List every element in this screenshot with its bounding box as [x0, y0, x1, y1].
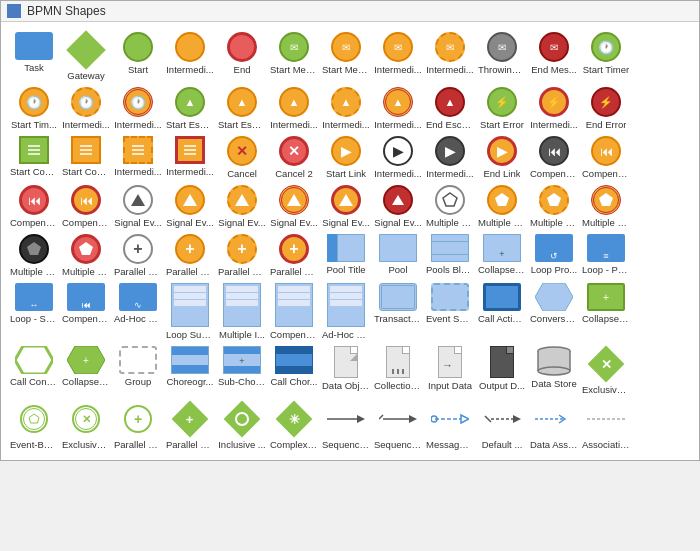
- shape-multiple-e1[interactable]: Multiple E...: [425, 183, 475, 230]
- shape-call-chor[interactable]: Call Chor...: [269, 344, 319, 397]
- shape-start-timer2[interactable]: 🕐 Start Tim...: [9, 85, 59, 132]
- shape-multiple-e2[interactable]: Multiple E...: [477, 183, 527, 230]
- shape-start-con1[interactable]: Start Con...: [9, 134, 59, 181]
- shape-data-object[interactable]: Data Object: [321, 344, 371, 397]
- shape-start-timer[interactable]: 🕐 Start Timer: [581, 30, 631, 83]
- shape-multiple-i[interactable]: Multiple I...: [217, 281, 267, 342]
- shape-empty2: [633, 85, 683, 132]
- shape-intermedi-c1[interactable]: Intermedi...: [113, 134, 163, 181]
- shape-complex[interactable]: ✳ Complex ...: [269, 399, 319, 452]
- shape-loop-pa[interactable]: ≡ Loop - Pa...: [581, 232, 631, 279]
- shape-collection[interactable]: Collection...: [373, 344, 423, 397]
- shape-output-data[interactable]: Output D...: [477, 344, 527, 397]
- shape-exclusive-gw[interactable]: ✕ Exclusive ...: [581, 344, 631, 397]
- start-esca2-label: Start Esca...: [218, 119, 266, 130]
- shape-sequence[interactable]: Sequence...: [321, 399, 371, 452]
- shape-multiple-e3[interactable]: Multiple E...: [529, 183, 579, 230]
- shape-intermedi-t2[interactable]: 🕐 Intermedi...: [113, 85, 163, 132]
- shape-loop-pro[interactable]: ↺ Loop Pro...: [529, 232, 579, 279]
- shape-intermedi-t1[interactable]: 🕐 Intermedi...: [61, 85, 111, 132]
- shape-event-based[interactable]: Event-Bas...: [9, 399, 59, 452]
- shape-parallel-event[interactable]: + Parallel E...: [113, 399, 163, 452]
- shape-start-esca2[interactable]: ▲ Start Esca...: [217, 85, 267, 132]
- shape-start-mes[interactable]: ✉ Start Mes...: [269, 30, 319, 83]
- shape-adhoc-loop[interactable]: ∿ Ad-Hoc Loop: [113, 281, 163, 342]
- shape-data-store[interactable]: Data Store: [529, 344, 579, 397]
- shape-input-data[interactable]: → Input Data: [425, 344, 475, 397]
- shape-parallel-m4[interactable]: + Parallel M...: [269, 232, 319, 279]
- shape-loop-sub[interactable]: Loop Sub...: [165, 281, 215, 342]
- shape-task[interactable]: Task: [9, 30, 59, 83]
- shape-start-con2[interactable]: Start Con...: [61, 134, 111, 181]
- shape-signal-ev5[interactable]: Signal Ev...: [321, 183, 371, 230]
- shape-compens-b1[interactable]: ⏮ Compens...: [61, 281, 111, 342]
- shape-intermedi-msg2[interactable]: ✉ Intermedi...: [425, 30, 475, 83]
- shape-cancel[interactable]: ✕ Cancel: [217, 134, 267, 181]
- shape-intermedi-l1[interactable]: ▶ Intermedi...: [373, 134, 423, 181]
- shape-start-link[interactable]: ▶ Start Link: [321, 134, 371, 181]
- shape-compens3[interactable]: ⏮ Compens...: [9, 183, 59, 230]
- shape-conversation[interactable]: Conversat...: [529, 281, 579, 342]
- shape-call-activity[interactable]: Call Activity: [477, 281, 527, 342]
- shape-intermedi-err[interactable]: ⚡ Intermedi...: [529, 85, 579, 132]
- shape-collapsed-sub2[interactable]: + Collapsed...: [581, 281, 631, 342]
- shape-end[interactable]: End: [217, 30, 267, 83]
- shape-compens2[interactable]: ⏮ Compens...: [581, 134, 631, 181]
- shape-start-mes2[interactable]: ✉ Start Mes...: [321, 30, 371, 83]
- shape-compens-b2[interactable]: Compens...: [269, 281, 319, 342]
- shape-end-error[interactable]: ⚡ End Error: [581, 85, 631, 132]
- shape-parallel-m3[interactable]: + Parallel M...: [217, 232, 267, 279]
- shape-pool[interactable]: Pool: [373, 232, 423, 279]
- shape-compens4[interactable]: ⏮ Compens...: [61, 183, 111, 230]
- shape-sub-chor[interactable]: + Sub-Chor...: [217, 344, 267, 397]
- shape-exclusive-event[interactable]: ✕ Exclusive ...: [61, 399, 111, 452]
- shape-inclusive[interactable]: Inclusive ...: [217, 399, 267, 452]
- shape-cancel2[interactable]: ✕ Cancel 2: [269, 134, 319, 181]
- shape-multiple-e6[interactable]: Multiple E...: [61, 232, 111, 279]
- shape-signal-ev1[interactable]: Signal Ev...: [113, 183, 163, 230]
- shape-data-assoc[interactable]: Data Asso...: [529, 399, 579, 452]
- shape-intermedi-esc2[interactable]: ▲ Intermedi...: [321, 85, 371, 132]
- shape-choreography[interactable]: Choreogr...: [165, 344, 215, 397]
- shape-end-msg[interactable]: ✉ End Mes...: [529, 30, 579, 83]
- shape-sequence2[interactable]: Sequence...: [373, 399, 423, 452]
- shape-intermedi-l2[interactable]: ▶ Intermedi...: [425, 134, 475, 181]
- svg-marker-35: [409, 415, 417, 423]
- shape-parallel-gw[interactable]: + Parallel G...: [165, 399, 215, 452]
- shape-intermedi-msg[interactable]: ✉ Intermedi...: [373, 30, 423, 83]
- shape-parallel-m2[interactable]: + Parallel M...: [165, 232, 215, 279]
- shape-default[interactable]: Default ...: [477, 399, 527, 452]
- shape-group[interactable]: Group: [113, 344, 163, 397]
- shape-signal-ev6[interactable]: Signal Ev...: [373, 183, 423, 230]
- shape-adhoc-s[interactable]: Ad-Hoc S...: [321, 281, 371, 342]
- shape-end-escal[interactable]: ▲ End Escal...: [425, 85, 475, 132]
- shape-event-sub[interactable]: Event Sub...: [425, 281, 475, 342]
- shape-signal-ev3[interactable]: Signal Ev...: [217, 183, 267, 230]
- shape-multiple-e4[interactable]: Multiple E...: [581, 183, 631, 230]
- shape-transaction[interactable]: Transaction: [373, 281, 423, 342]
- exclusive-event-icon: ✕: [72, 405, 100, 433]
- shape-pool-title[interactable]: Pool Title: [321, 232, 371, 279]
- shape-signal-ev2[interactable]: Signal Ev...: [165, 183, 215, 230]
- shape-end-link[interactable]: ▶ End Link: [477, 134, 527, 181]
- shape-intermediary[interactable]: Intermedi...: [165, 30, 215, 83]
- shape-throwing-msg[interactable]: ✉ Throwing ...: [477, 30, 527, 83]
- shape-start-error[interactable]: ⚡ Start Error: [477, 85, 527, 132]
- shape-intermedi-esc3[interactable]: ▲ Intermedi...: [373, 85, 423, 132]
- shape-compens1[interactable]: ⏮ Compens...: [529, 134, 579, 181]
- shape-multiple-e5[interactable]: Multiple E...: [9, 232, 59, 279]
- shape-message-flow[interactable]: Message ...: [425, 399, 475, 452]
- shape-loop-se[interactable]: ↔ Loop - Se...: [9, 281, 59, 342]
- shape-signal-ev4[interactable]: Signal Ev...: [269, 183, 319, 230]
- shape-association[interactable]: Association: [581, 399, 631, 452]
- shape-collapsed-c[interactable]: + Collapsed...: [61, 344, 111, 397]
- shape-collapsed-pool[interactable]: + Collapsed...: [477, 232, 527, 279]
- shape-start-esca[interactable]: ▲ Start Esca...: [165, 85, 215, 132]
- shape-call-conv[interactable]: Call Conv...: [9, 344, 59, 397]
- shape-start[interactable]: Start: [113, 30, 163, 83]
- shape-pools-block[interactable]: Pools Block: [425, 232, 475, 279]
- shape-parallel-m1[interactable]: + Parallel M...: [113, 232, 163, 279]
- shape-intermedi-c2[interactable]: Intermedi...: [165, 134, 215, 181]
- shape-gateway[interactable]: Gateway: [61, 30, 111, 83]
- shape-intermedi-esc1[interactable]: ▲ Intermedi...: [269, 85, 319, 132]
